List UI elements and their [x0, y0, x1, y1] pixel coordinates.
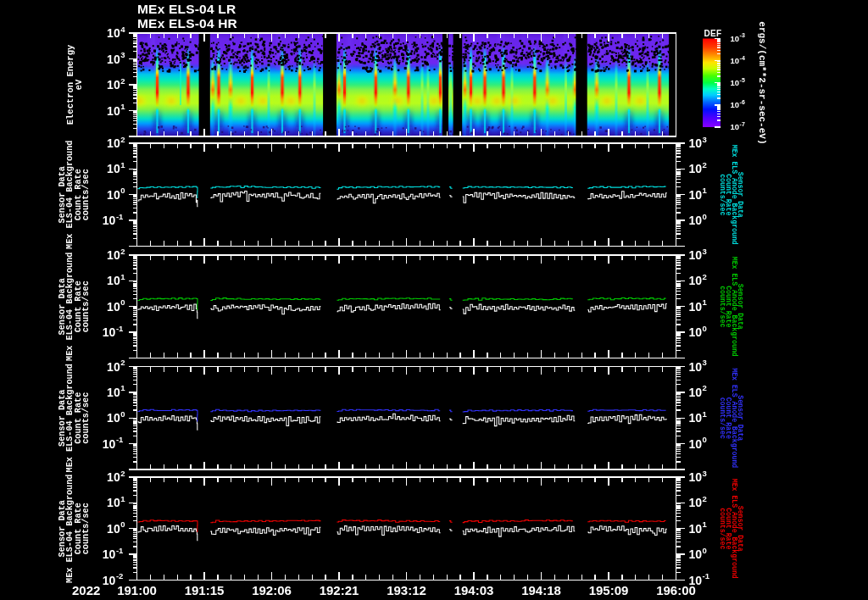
svg-text:2: 2 — [120, 135, 125, 144]
svg-text:1: 1 — [703, 519, 708, 529]
svg-text:10: 10 — [107, 300, 120, 314]
svg-text:10: 10 — [689, 162, 703, 175]
svg-text:1: 1 — [120, 272, 125, 281]
svg-text:10: 10 — [103, 547, 116, 561]
svg-text:0: 0 — [120, 519, 125, 529]
svg-text:-1: -1 — [116, 324, 124, 333]
svg-text:10: 10 — [103, 574, 116, 587]
svg-text:counts/sec: counts/sec — [719, 286, 726, 327]
svg-text:10: 10 — [689, 188, 703, 202]
svg-text:2: 2 — [703, 160, 707, 169]
svg-text:counts/sec: counts/sec — [719, 508, 726, 549]
svg-text:10: 10 — [689, 496, 703, 509]
svg-text:MEx ELS-04 LR: MEx ELS-04 LR — [137, 2, 236, 16]
svg-text:2: 2 — [703, 494, 707, 503]
svg-text:10: 10 — [689, 411, 703, 425]
svg-text:-1: -1 — [116, 212, 124, 221]
svg-text:10: 10 — [107, 78, 120, 92]
svg-text:10: 10 — [107, 136, 120, 150]
svg-text:193:12: 193:12 — [387, 583, 426, 597]
svg-text:DEF: DEF — [704, 29, 722, 38]
svg-text:10: 10 — [731, 122, 740, 131]
svg-text:2: 2 — [703, 272, 707, 281]
svg-text:194:18: 194:18 — [521, 583, 561, 597]
svg-text:4: 4 — [120, 25, 125, 34]
svg-text:MEx ELS-04 HR: MEx ELS-04 HR — [137, 16, 237, 31]
svg-text:10: 10 — [689, 522, 703, 536]
svg-text:counts/sec: counts/sec — [81, 169, 91, 220]
svg-text:counts/sec: counts/sec — [719, 397, 726, 439]
svg-text:10: 10 — [103, 214, 116, 227]
svg-text:10: 10 — [731, 56, 740, 65]
svg-text:192:06: 192:06 — [252, 583, 292, 597]
svg-text:191:00: 191:00 — [117, 583, 157, 597]
svg-text:10: 10 — [107, 162, 120, 175]
svg-text:3: 3 — [703, 247, 707, 256]
svg-text:10: 10 — [731, 78, 740, 87]
svg-text:10: 10 — [107, 274, 120, 287]
svg-text:2: 2 — [120, 358, 125, 367]
svg-text:10: 10 — [689, 274, 703, 287]
svg-text:0: 0 — [120, 186, 125, 195]
svg-text:10: 10 — [689, 248, 703, 262]
svg-text:0: 0 — [703, 324, 707, 333]
svg-text:10: 10 — [107, 496, 120, 509]
svg-text:1: 1 — [120, 160, 125, 169]
svg-text:10: 10 — [107, 470, 120, 484]
svg-text:10: 10 — [689, 214, 703, 227]
svg-text:1: 1 — [703, 409, 708, 419]
svg-text:counts/sec: counts/sec — [81, 503, 91, 554]
svg-text:0: 0 — [120, 297, 125, 307]
svg-text:1: 1 — [703, 297, 708, 307]
svg-text:10: 10 — [689, 360, 703, 374]
svg-text:10: 10 — [107, 26, 120, 40]
svg-text:10: 10 — [689, 300, 703, 314]
svg-text:-5: -5 — [740, 77, 745, 83]
svg-text:2: 2 — [120, 76, 125, 86]
svg-text:ergs/(cm**2-sr-sec-eV): ergs/(cm**2-sr-sec-eV) — [757, 21, 767, 144]
svg-text:counts/sec: counts/sec — [81, 281, 91, 332]
svg-text:10: 10 — [107, 360, 120, 374]
svg-text:10: 10 — [107, 522, 120, 536]
svg-text:-1: -1 — [116, 435, 124, 444]
svg-text:0: 0 — [703, 435, 707, 444]
svg-text:-3: -3 — [740, 32, 745, 38]
svg-text:195:09: 195:09 — [589, 583, 629, 597]
svg-text:1: 1 — [120, 494, 125, 503]
svg-text:1: 1 — [120, 102, 125, 111]
svg-text:3: 3 — [703, 358, 707, 367]
svg-text:3: 3 — [120, 50, 125, 59]
svg-text:0: 0 — [120, 409, 125, 419]
svg-text:10: 10 — [689, 547, 703, 561]
svg-text:191:15: 191:15 — [185, 583, 225, 597]
svg-text:eV: eV — [74, 79, 84, 90]
svg-text:194:03: 194:03 — [454, 583, 494, 597]
svg-text:counts/sec: counts/sec — [719, 174, 726, 215]
svg-text:10: 10 — [107, 53, 120, 66]
svg-text:-1: -1 — [116, 546, 124, 555]
svg-text:10: 10 — [689, 136, 703, 150]
svg-text:10: 10 — [103, 437, 116, 451]
svg-text:0: 0 — [703, 546, 707, 555]
svg-text:10: 10 — [107, 248, 120, 262]
svg-text:10: 10 — [689, 470, 703, 484]
svg-text:3: 3 — [703, 469, 707, 478]
svg-text:10: 10 — [107, 104, 120, 118]
svg-text:-1: -1 — [703, 571, 710, 581]
svg-text:10: 10 — [731, 34, 740, 43]
svg-text:3: 3 — [703, 135, 707, 144]
svg-text:-2: -2 — [116, 571, 123, 581]
svg-text:10: 10 — [107, 386, 120, 399]
svg-text:2: 2 — [703, 383, 707, 392]
svg-text:10: 10 — [107, 411, 120, 425]
svg-text:2: 2 — [120, 247, 125, 256]
svg-text:counts/sec: counts/sec — [81, 392, 91, 444]
svg-text:196:00: 196:00 — [656, 583, 696, 597]
svg-text:2: 2 — [120, 469, 125, 478]
svg-text:-6: -6 — [740, 99, 745, 105]
svg-text:10: 10 — [689, 437, 703, 451]
svg-text:192:21: 192:21 — [320, 583, 359, 597]
svg-text:2022: 2022 — [72, 583, 100, 597]
svg-text:10: 10 — [107, 188, 120, 202]
svg-text:-7: -7 — [740, 121, 745, 127]
